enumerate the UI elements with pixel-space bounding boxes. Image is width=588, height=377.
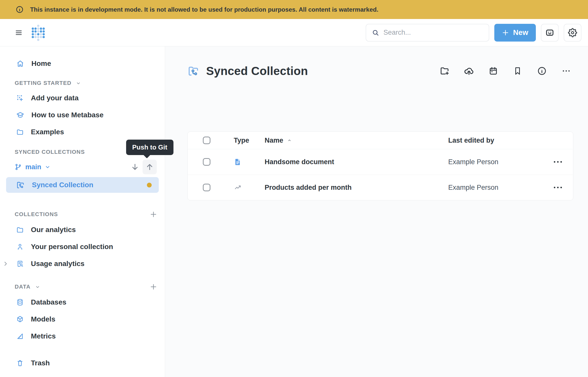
sidebar-item-usage-analytics[interactable]: Usage analytics xyxy=(6,257,159,270)
add-data-icon xyxy=(16,94,24,102)
plus-icon xyxy=(502,29,509,36)
push-to-git-tooltip: Push to Git xyxy=(126,140,173,155)
sidebar-item-label: Databases xyxy=(31,298,66,306)
sidebar-item-label: Synced Collection xyxy=(32,181,93,189)
sidebar-item-home[interactable]: Home xyxy=(6,56,159,71)
sidebar-toggle-button[interactable] xyxy=(13,27,24,38)
column-header-last-edited-by[interactable]: Last edited by xyxy=(448,137,543,144)
column-header-name[interactable]: Name xyxy=(265,137,448,144)
sidebar-item-label: Models xyxy=(31,315,55,323)
pull-from-git-button[interactable] xyxy=(128,160,142,174)
gear-icon xyxy=(568,28,577,37)
item-name[interactable]: Handsome document xyxy=(265,158,448,166)
audit-doc-icon xyxy=(16,260,24,268)
git-branch-row: main xyxy=(6,160,159,174)
sidebar-item-our-analytics[interactable]: Our analytics xyxy=(6,223,159,236)
calendar-icon[interactable] xyxy=(488,65,499,77)
sidebar-item-label: Your personal collection xyxy=(31,243,113,251)
chevron-right-icon[interactable] xyxy=(3,261,9,267)
select-all-checkbox[interactable] xyxy=(203,137,210,144)
sidebar-item-how-to-use-metabase[interactable]: How to use Metabase xyxy=(6,108,159,122)
sidebar-item-personal-collection[interactable]: Your personal collection xyxy=(6,240,159,253)
hamburger-icon xyxy=(14,29,23,36)
new-button[interactable]: New xyxy=(494,24,536,42)
sidebar-item-label: How to use Metabase xyxy=(31,111,104,119)
sidebar-item-models[interactable]: Models xyxy=(6,313,159,326)
sidebar-item-examples[interactable]: Examples xyxy=(6,125,159,139)
info-icon xyxy=(16,6,24,13)
chevron-down-icon[interactable] xyxy=(35,285,40,289)
synced-collection-icon xyxy=(187,65,200,77)
home-icon xyxy=(16,60,24,68)
settings-button[interactable] xyxy=(564,24,581,42)
sidebar-item-databases[interactable]: Databases xyxy=(6,296,159,309)
main-content: Synced Collection xyxy=(165,46,588,377)
add-collection-button[interactable] xyxy=(150,211,157,218)
sidebar-item-metrics[interactable]: Metrics xyxy=(6,330,159,343)
git-branch-icon xyxy=(15,163,22,171)
section-title: SYNCED COLLECTIONS xyxy=(15,149,85,155)
sidebar-item-synced-collection[interactable]: Synced Collection xyxy=(6,177,159,193)
collection-items-table: Type Name Last edited by Handsome docume… xyxy=(187,131,573,200)
metabot-button[interactable] xyxy=(541,24,559,42)
sidebar-item-label: Examples xyxy=(31,128,64,136)
add-data-button[interactable] xyxy=(150,283,157,291)
trash-icon xyxy=(16,359,24,367)
graduation-cap-icon xyxy=(16,111,24,119)
sidebar-item-label: Add your data xyxy=(31,94,79,102)
section-data: DATA xyxy=(6,283,159,291)
metric-icon xyxy=(16,332,24,340)
unsynced-changes-dot xyxy=(147,183,152,187)
table-header-row: Type Name Last edited by xyxy=(188,132,573,149)
line-chart-icon xyxy=(211,183,265,192)
sidebar-item-label: Our analytics xyxy=(31,226,76,234)
person-icon xyxy=(16,243,24,251)
chevron-down-icon xyxy=(76,81,81,86)
branch-selector[interactable]: main xyxy=(15,163,50,171)
sidebar-item-add-your-data[interactable]: Add your data xyxy=(6,91,159,105)
search-input[interactable] xyxy=(383,29,483,36)
cloud-upload-icon[interactable] xyxy=(463,65,475,77)
folder-icon xyxy=(16,226,24,234)
row-checkbox[interactable] xyxy=(203,158,210,166)
row-checkbox[interactable] xyxy=(203,184,210,191)
push-to-git-button[interactable] xyxy=(143,160,157,174)
sidebar-item-label: Usage analytics xyxy=(31,260,85,268)
metabot-icon xyxy=(545,28,555,37)
search-icon xyxy=(372,29,379,36)
header-actions: New xyxy=(366,24,581,42)
sort-asc-icon xyxy=(287,138,292,143)
section-title: GETTING STARTED xyxy=(15,80,71,86)
database-icon xyxy=(16,298,24,306)
table-row[interactable]: Products added per month Example Person xyxy=(188,175,573,200)
item-last-edited-by: Example Person xyxy=(448,184,543,192)
column-header-type[interactable]: Type xyxy=(211,137,265,144)
synced-folder-icon xyxy=(16,181,25,189)
bookmark-icon[interactable] xyxy=(512,65,523,77)
section-title: DATA xyxy=(15,284,31,290)
metabase-logo[interactable] xyxy=(31,24,46,41)
folder-icon xyxy=(16,128,24,136)
sidebar: Home GETTING STARTED Add your data How t… xyxy=(0,46,165,377)
sidebar-item-label: Metrics xyxy=(31,332,56,340)
document-icon xyxy=(211,158,265,166)
sidebar-item-trash[interactable]: Trash xyxy=(6,356,159,370)
section-getting-started[interactable]: GETTING STARTED xyxy=(6,80,159,86)
arrow-down-icon xyxy=(131,163,139,171)
new-folder-icon[interactable] xyxy=(439,65,450,77)
ellipsis-icon[interactable] xyxy=(561,65,572,77)
sidebar-item-label: Home xyxy=(31,60,51,68)
banner-text: This instance is in development mode. It… xyxy=(30,6,378,13)
item-last-edited-by: Example Person xyxy=(448,158,543,166)
section-title: COLLECTIONS xyxy=(15,211,58,218)
item-name[interactable]: Products added per month xyxy=(265,184,448,192)
arrow-up-icon xyxy=(145,163,154,171)
sidebar-item-label: Trash xyxy=(31,359,50,367)
row-menu-button[interactable] xyxy=(543,187,573,188)
model-cube-icon xyxy=(16,315,24,323)
row-menu-button[interactable] xyxy=(543,161,573,163)
table-row[interactable]: Handsome document Example Person xyxy=(188,149,573,175)
search-bar[interactable] xyxy=(366,24,489,42)
section-collections: COLLECTIONS xyxy=(6,211,159,218)
info-icon[interactable] xyxy=(536,65,547,77)
